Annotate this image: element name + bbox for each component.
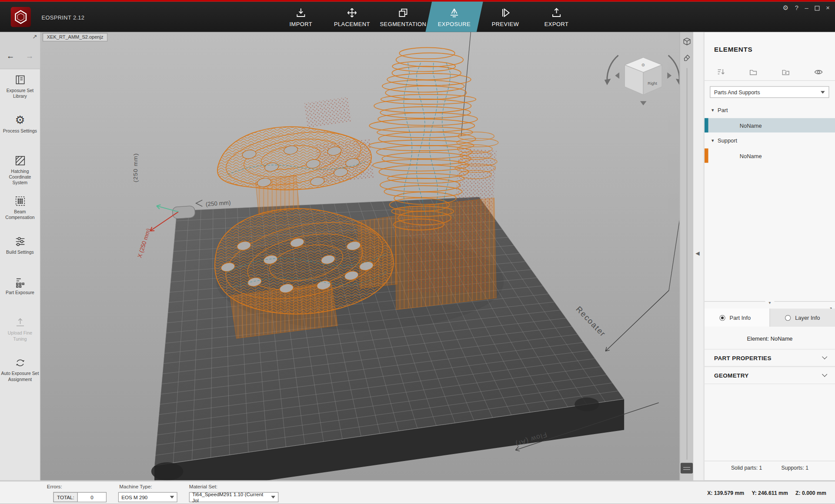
coord-x: X: 139.579 mm [707, 490, 744, 495]
export-icon [551, 7, 562, 18]
tab-label: PREVIEW [492, 20, 519, 27]
elements-tree: ▾ Part NoName ▾ Support NoName [705, 103, 835, 164]
layer-info-radio[interactable] [785, 315, 791, 320]
section-label: GEOMETRY [714, 372, 749, 379]
tree-expanded-icon[interactable]: ▾ [711, 107, 714, 113]
tree-item-support-noname[interactable]: NoName [705, 149, 835, 163]
tab-label: Part Info [730, 315, 751, 321]
support-color-chip [705, 149, 708, 163]
chevron-down-icon [822, 354, 827, 359]
tree-item-label: NoName [740, 122, 762, 129]
tab-label: PLACEMENT [334, 20, 370, 27]
part-exposure-icon [13, 275, 26, 288]
job-file-tab[interactable]: XEK_RT_AMM_S2.openjz [43, 33, 107, 42]
view-cube-face-label: Right [648, 81, 657, 86]
tab-label: SEGMENTATION [380, 20, 427, 27]
total-value: 0 [77, 493, 106, 502]
tab-part-info[interactable]: Part Info [705, 308, 769, 327]
elements-panel: ◀ ELEMENTS Parts And Supports ▾ Part [693, 32, 835, 480]
titlebar: EOSPRINT 2.12 IMPORT PLACEMENT SEGMENTAT… [0, 0, 835, 32]
tree-group-part[interactable]: ▾ Part [705, 103, 835, 117]
sidebar-item-label: Upload Fine Tuning [0, 330, 40, 342]
build-scene[interactable]: (250 mm) X (250 mm) (250 mm) Recoater Fl… [40, 32, 679, 480]
tab-segmentation[interactable]: SEGMENTATION [377, 2, 429, 32]
sidebar-item-label: Exposure Set Library [0, 88, 40, 99]
sidebar-item-part-exposure[interactable]: Part Exposure [0, 271, 40, 312]
sidebar-item-process-settings[interactable]: ⚙ Process Settings [0, 109, 40, 150]
beam-compensation-icon [13, 195, 26, 207]
close-icon[interactable]: × [826, 5, 830, 11]
tab-import[interactable]: IMPORT [275, 2, 327, 32]
bounding-box-icon[interactable] [682, 37, 691, 46]
sidebar-item-beam-compensation[interactable]: Beam Compensation [0, 190, 40, 231]
cursor-coordinates: X: 139.579 mm Y: 246.611 mm Z: 0.000 mm [707, 481, 826, 504]
info-tabs: Part Info Layer Info [705, 308, 835, 327]
tab-layer-info[interactable]: Layer Info [769, 308, 835, 327]
group-folder-icon[interactable] [749, 67, 758, 76]
hatching-icon [13, 154, 26, 167]
collapse-panel-arrow-icon[interactable]: ◀ [695, 250, 699, 256]
tab-placement[interactable]: PLACEMENT [327, 2, 378, 32]
sidebar-item-hatching-coordinate-system[interactable]: Hatching Coordinate System [0, 150, 40, 190]
elements-filter-select[interactable]: Parts And Supports [710, 86, 829, 98]
expand-sidebar-icon[interactable]: ↗ [32, 33, 37, 40]
tree-expanded-icon[interactable]: ▾ [711, 138, 714, 143]
element-name-label: Element: NoName [705, 335, 835, 342]
errors-label: Errors: [47, 484, 62, 489]
sidebar-item-exposure-set-library[interactable]: Exposure Set Library [0, 69, 40, 109]
sort-icon[interactable] [716, 67, 725, 76]
sidebar-item-label: Auto Exposure Set Assignment [0, 371, 40, 382]
coord-z: Z: 0.000 mm [795, 490, 826, 495]
errors-total-box: TOTAL: 0 [53, 492, 106, 502]
settings-gear-icon[interactable]: ⚙ [783, 5, 788, 11]
sidebar-item-label: Part Exposure [4, 290, 35, 295]
tab-export[interactable]: EXPORT [531, 2, 582, 32]
total-label: TOTAL: [54, 493, 77, 502]
part-color-chip [705, 118, 708, 133]
eraser-icon[interactable] [682, 53, 691, 62]
tree-item-label: NoName [740, 153, 762, 159]
section-label: PART PROPERTIES [714, 355, 772, 361]
sidebar-item-label: Process Settings [2, 128, 38, 134]
chevron-down-icon [822, 371, 827, 377]
placement-icon [346, 7, 358, 18]
redo-arrow-icon[interactable]: → [26, 51, 33, 60]
section-part-properties[interactable]: PART PROPERTIES [705, 349, 835, 366]
undo-arrow-icon[interactable]: ← [7, 51, 14, 60]
gear-icon: ⚙ [15, 114, 25, 126]
tree-item-part-noname[interactable]: NoName [705, 118, 835, 133]
chevron-down-icon [170, 496, 174, 498]
viewport-side-strip [679, 32, 693, 480]
minimize-icon[interactable]: – [805, 5, 808, 11]
viewport-scrollbar-handle[interactable] [681, 463, 693, 473]
splitter-caret-icon: ▾ [765, 301, 774, 305]
elements-filter-value: Parts And Supports [714, 89, 760, 95]
panel-gutter: ◀ [693, 32, 704, 480]
tree-group-label: Support [718, 137, 737, 144]
tab-exposure[interactable]: EXPOSURE [429, 2, 480, 32]
elements-panel-title: ELEMENTS [714, 46, 752, 53]
material-set-label: Material Set: [189, 484, 217, 489]
auto-assign-icon [13, 356, 26, 369]
elements-toolbar [705, 63, 835, 81]
new-group-folder-icon[interactable] [781, 67, 790, 76]
part-info-radio[interactable] [719, 315, 725, 320]
help-icon[interactable]: ? [795, 5, 798, 11]
tool-sidebar: ↗ ← → Exposure Set Library ⚙ Process Set… [0, 32, 40, 480]
machine-type-select[interactable]: EOS M 290 [118, 492, 177, 502]
maximize-icon[interactable] [815, 6, 819, 10]
solid-parts-count: Solid parts: 1 [731, 465, 762, 471]
material-set-select[interactable]: Ti64_SpeedM291 1.10 (Current Jol [189, 492, 279, 502]
sidebar-item-build-settings[interactable]: Build Settings [0, 231, 40, 271]
section-geometry[interactable]: GEOMETRY [705, 367, 835, 384]
tab-preview[interactable]: PREVIEW [480, 2, 531, 32]
visibility-eye-icon[interactable] [814, 67, 823, 76]
sidebar-item-auto-exposure-set-assignment[interactable]: Auto Exposure Set Assignment [0, 352, 40, 393]
viewport-scrollbar-track[interactable] [686, 68, 687, 460]
import-icon [295, 7, 307, 18]
sidebar-item-upload-fine-tuning[interactable]: Upload Fine Tuning [0, 312, 40, 352]
tree-group-support[interactable]: ▾ Support [705, 133, 835, 147]
tab-label: IMPORT [289, 20, 312, 27]
viewport-3d[interactable]: (250 mm) X (250 mm) (250 mm) Recoater Fl… [40, 32, 679, 480]
axis-y-label: (250 mm) [132, 153, 139, 182]
